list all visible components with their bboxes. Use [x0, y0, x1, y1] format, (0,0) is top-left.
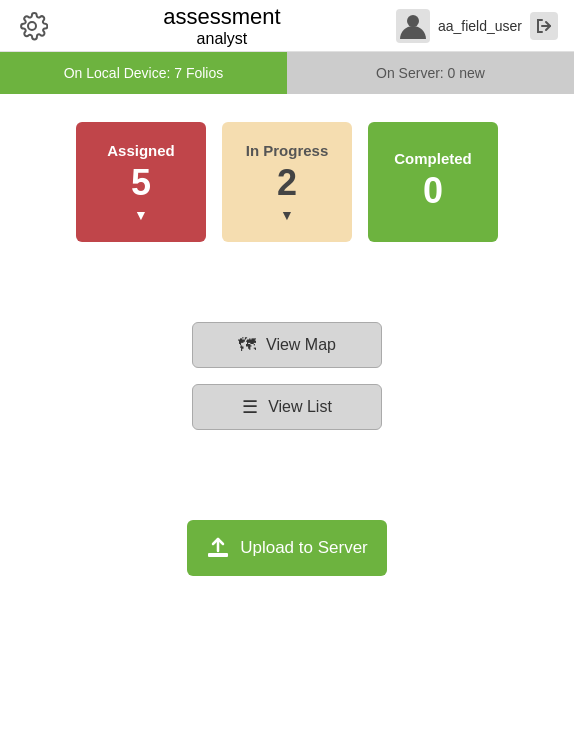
card-inprogress[interactable]: In Progress 2 ▼ — [222, 122, 352, 242]
tab-server[interactable]: On Server: 0 new — [287, 52, 574, 94]
action-buttons: 🗺 View Map ☰ View List — [0, 262, 574, 430]
user-section: aa_field_user — [396, 9, 558, 43]
tab-local[interactable]: On Local Device: 7 Folios — [0, 52, 287, 94]
app-header: assessment analyst aa_field_user — [0, 0, 574, 52]
upload-button[interactable]: Upload to Server — [187, 520, 387, 576]
view-list-label: View List — [268, 398, 332, 416]
view-list-button[interactable]: ☰ View List — [192, 384, 382, 430]
card-inprogress-value: 2 — [277, 165, 297, 201]
upload-label: Upload to Server — [240, 538, 368, 558]
map-icon: 🗺 — [238, 335, 256, 356]
upload-section: Upload to Server — [0, 430, 574, 576]
card-completed[interactable]: Completed 0 — [368, 122, 498, 242]
logo-ment: ment — [232, 4, 281, 29]
upload-icon — [206, 536, 230, 560]
status-cards: Assigned 5 ▼ In Progress 2 ▼ Completed 0 — [0, 94, 574, 262]
card-inprogress-title: In Progress — [246, 142, 329, 159]
username-label: aa_field_user — [438, 18, 522, 34]
logo-assess: assess — [163, 4, 231, 29]
logo-analyst: analyst — [197, 30, 248, 48]
card-assigned-title: Assigned — [107, 142, 175, 159]
user-avatar-icon — [396, 9, 430, 43]
svg-rect-3 — [208, 553, 228, 557]
logout-icon[interactable] — [530, 12, 558, 40]
view-map-label: View Map — [266, 336, 336, 354]
card-completed-value: 0 — [423, 173, 443, 209]
gear-icon[interactable] — [16, 10, 48, 42]
card-inprogress-arrow: ▼ — [280, 207, 294, 223]
card-assigned-arrow: ▼ — [134, 207, 148, 223]
list-icon: ☰ — [242, 396, 258, 418]
tab-server-label: On Server: 0 new — [376, 65, 485, 81]
tab-local-label: On Local Device: 7 Folios — [64, 65, 224, 81]
app-logo: assessment analyst — [163, 4, 280, 48]
logo-text: assessment — [163, 4, 280, 30]
svg-point-1 — [407, 15, 419, 27]
view-map-button[interactable]: 🗺 View Map — [192, 322, 382, 368]
tabs-bar: On Local Device: 7 Folios On Server: 0 n… — [0, 52, 574, 94]
card-completed-title: Completed — [394, 150, 472, 167]
card-assigned[interactable]: Assigned 5 ▼ — [76, 122, 206, 242]
card-assigned-value: 5 — [131, 165, 151, 201]
